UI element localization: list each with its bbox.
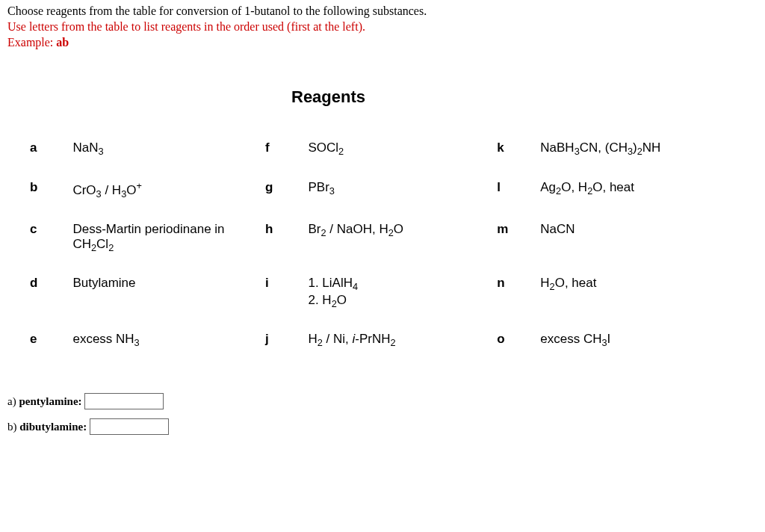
reagent-key-a: a	[22, 129, 65, 168]
reagent-key-b: b	[22, 169, 65, 211]
reagent-val-h: Br2 / NaOH, H2O	[300, 211, 489, 265]
reagent-val-f: SOCl2	[300, 129, 489, 168]
reagent-val-o: excess CH3I	[533, 321, 725, 359]
reagent-val-d: Butylamine	[65, 265, 258, 321]
question-b-prefix: b)	[7, 421, 19, 433]
reagent-key-d: d	[22, 265, 65, 321]
reagent-key-c: c	[22, 211, 65, 265]
reagent-key-n: n	[489, 265, 533, 321]
pentylamine-input[interactable]	[84, 393, 164, 409]
instruction-line-3: Example: ab	[7, 35, 758, 51]
reagent-val-e: excess NH3	[65, 321, 258, 359]
reagent-val-i: 1. LiAlH42. H2O	[300, 265, 489, 321]
reagent-val-k: NaBH3CN, (CH3)2NH	[533, 129, 725, 168]
question-b: b) dibutylamine:	[7, 418, 758, 435]
reagent-val-b: CrO3 / H3O+	[65, 169, 258, 211]
reagent-key-h: h	[258, 211, 300, 265]
reagent-val-a: NaN3	[65, 129, 258, 168]
questions-block: a) pentylamine: b) dibutylamine:	[7, 393, 758, 435]
question-a-label: pentylamine:	[19, 395, 81, 407]
reagent-val-g: PBr3	[300, 169, 489, 211]
instruction-line-1: Choose reagents from the table for conve…	[7, 4, 758, 19]
reagent-key-i: i	[258, 265, 300, 321]
reagent-key-o: o	[489, 321, 533, 359]
reagent-val-j: H2 / Ni, i-PrNH2	[300, 321, 489, 359]
question-a: a) pentylamine:	[7, 393, 758, 409]
question-b-label: dibutylamine:	[19, 421, 87, 433]
reagent-val-n: H2O, heat	[533, 265, 725, 321]
reagent-key-m: m	[489, 211, 533, 265]
reagent-key-e: e	[22, 321, 65, 359]
question-a-prefix: a)	[7, 395, 19, 407]
reagents-title: Reagents	[291, 87, 758, 107]
reagent-key-k: k	[489, 129, 533, 168]
reagent-key-g: g	[258, 169, 300, 211]
dibutylamine-input[interactable]	[90, 418, 169, 435]
reagents-section: Reagents a NaN3 f SOCl2 k NaBH3CN, (CH3)…	[22, 87, 758, 359]
reagents-table: a NaN3 f SOCl2 k NaBH3CN, (CH3)2NH b CrO…	[22, 129, 725, 359]
instruction-line-2: Use letters from the table to list reage…	[7, 19, 758, 35]
reagent-key-j: j	[258, 321, 300, 359]
reagent-key-f: f	[258, 129, 300, 168]
instructions-block: Choose reagents from the table for conve…	[7, 4, 758, 50]
reagent-val-l: Ag2O, H2O, heat	[533, 169, 725, 211]
reagent-val-c: Dess-Martin periodinane in CH2Cl2	[65, 211, 258, 265]
reagent-key-l: l	[489, 169, 533, 211]
reagent-val-m: NaCN	[533, 211, 725, 265]
